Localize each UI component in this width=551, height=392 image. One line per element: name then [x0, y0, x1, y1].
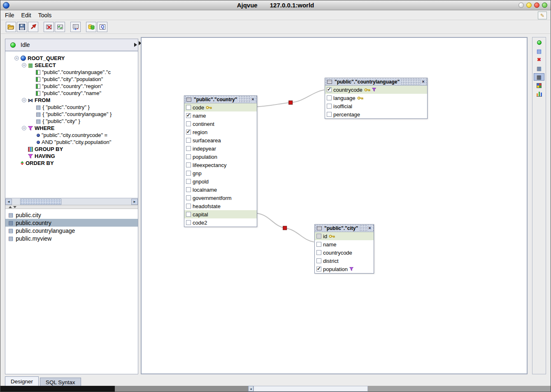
- field-checkbox[interactable]: ✓: [186, 171, 191, 176]
- list-item[interactable]: ▤ public.country: [5, 219, 138, 227]
- tree-node-root-query[interactable]: − ROOT_QUERY: [5, 55, 138, 62]
- save-button[interactable]: [17, 22, 27, 32]
- tree-node-select[interactable]: − ▦ SELECT: [5, 62, 138, 69]
- field-row[interactable]: ✓ countrycode: [325, 86, 427, 94]
- tree-node-select-column[interactable]: "public"."city"."population": [5, 76, 138, 83]
- field-row[interactable]: ✓ indepyear: [184, 144, 257, 153]
- field-checkbox[interactable]: ✓: [186, 146, 191, 151]
- tree-node-order-by[interactable]: ORDER BY: [5, 160, 138, 167]
- splitter-up-icon[interactable]: [9, 206, 12, 208]
- field-checkbox[interactable]: ✓: [316, 250, 321, 255]
- field-checkbox[interactable]: ✓: [316, 267, 321, 271]
- field-row[interactable]: ✓ code: [184, 103, 257, 111]
- database-status-button[interactable]: [86, 22, 96, 32]
- list-item[interactable]: ▤ public.countrylanguage: [5, 227, 138, 234]
- field-checkbox[interactable]: ✓: [186, 138, 191, 143]
- maximize-button[interactable]: [542, 2, 547, 8]
- table-rows-button[interactable]: ▤: [534, 47, 544, 55]
- field-row[interactable]: ✓ district: [315, 257, 374, 265]
- frame-close-icon[interactable]: ×: [421, 79, 426, 84]
- drop-table-button[interactable]: [44, 22, 54, 32]
- field-row[interactable]: ✓ percentage: [325, 110, 427, 118]
- table-relations-button[interactable]: [70, 22, 81, 32]
- tree-node-from[interactable]: − ⋈ FROM: [5, 97, 138, 104]
- query-frame-button[interactable]: Q: [97, 22, 107, 32]
- scrollbar-track[interactable]: [253, 386, 368, 392]
- field-checkbox[interactable]: ✓: [186, 162, 191, 167]
- field-checkbox[interactable]: ✓: [327, 87, 332, 92]
- field-checkbox[interactable]: ✓: [186, 212, 191, 217]
- field-row[interactable]: ✓ name: [184, 111, 257, 120]
- field-row[interactable]: ✓ population: [315, 265, 374, 273]
- frame-close-icon[interactable]: ×: [250, 97, 256, 102]
- frame-titlebar[interactable]: "public"."countrylanguage" ×: [325, 78, 427, 86]
- shade-button[interactable]: [518, 2, 524, 8]
- menu-edit[interactable]: Edit: [21, 11, 35, 19]
- minimize-button[interactable]: [526, 2, 532, 8]
- field-checkbox[interactable]: ✓: [186, 130, 191, 135]
- field-row[interactable]: ✓ gnp: [184, 169, 257, 177]
- frame-titlebar[interactable]: "public"."country" ×: [184, 96, 257, 103]
- field-row[interactable]: ✓ lifeexpectancy: [184, 161, 257, 169]
- connection-status-button[interactable]: [534, 39, 544, 46]
- field-row[interactable]: ✓ language: [325, 94, 427, 102]
- field-checkbox[interactable]: ✓: [327, 95, 332, 100]
- field-row[interactable]: ✓ id: [315, 232, 374, 240]
- tree-expander-icon[interactable]: −: [14, 56, 19, 60]
- field-checkbox[interactable]: ✓: [186, 154, 191, 159]
- tree-expander-icon[interactable]: −: [22, 126, 26, 130]
- field-row[interactable]: ✓ countrycode: [315, 248, 374, 257]
- menu-file[interactable]: File: [5, 11, 18, 19]
- chart-button[interactable]: [534, 90, 544, 98]
- field-checkbox[interactable]: ✓: [316, 258, 321, 263]
- field-checkbox[interactable]: ✓: [186, 204, 191, 209]
- tree-node-where[interactable]: − WHERE: [5, 125, 138, 132]
- list-item[interactable]: ▤ public.city: [5, 211, 138, 219]
- colors-button[interactable]: [534, 82, 544, 89]
- table-frame-country[interactable]: "public"."country" × ✓ code ✓ name ✓ con…: [184, 95, 257, 227]
- field-row[interactable]: ✓ localname: [184, 186, 257, 194]
- collapse-panel-button[interactable]: [134, 43, 137, 47]
- tree-expander-icon[interactable]: −: [22, 98, 26, 102]
- field-checkbox[interactable]: ✓: [186, 220, 191, 225]
- scrollbar-thumb[interactable]: [20, 199, 61, 205]
- field-checkbox[interactable]: ✓: [316, 242, 321, 247]
- field-checkbox[interactable]: ✓: [186, 121, 191, 126]
- field-row[interactable]: ✓ name: [315, 240, 374, 248]
- field-row[interactable]: ✓ region: [184, 128, 257, 136]
- tab-sql-syntax[interactable]: SQL Syntax: [40, 378, 81, 386]
- field-row[interactable]: ✓ gnpold: [184, 177, 257, 186]
- tree-node-group-by[interactable]: GROUP BY: [5, 146, 138, 153]
- tree-node-where-condition[interactable]: "public"."city.countrycode" =: [5, 132, 138, 139]
- field-row[interactable]: ✓ headofstate: [184, 202, 257, 210]
- field-row[interactable]: ✓ population: [184, 153, 257, 161]
- field-checkbox[interactable]: ✓: [327, 112, 332, 117]
- wand-icon[interactable]: ✎: [538, 12, 547, 19]
- table-frame-city[interactable]: "public"."city" × ✓ id ✓ name ✓ countryc…: [314, 224, 374, 274]
- field-row[interactable]: ✓ surfacearea: [184, 136, 257, 144]
- join-handle[interactable]: [283, 226, 287, 230]
- tree-node-having[interactable]: HAVING: [5, 153, 138, 160]
- tab-designer[interactable]: Designer: [5, 376, 39, 386]
- scroll-left-button[interactable]: ◄: [5, 199, 12, 205]
- open-button[interactable]: [6, 22, 16, 32]
- splitter-down-icon[interactable]: [13, 206, 16, 208]
- tree-node-where-condition[interactable]: AND "public"."city.population": [5, 139, 138, 146]
- field-checkbox[interactable]: ✓: [186, 195, 191, 200]
- tree-expander-icon[interactable]: −: [22, 63, 26, 67]
- scroll-right-button[interactable]: ►: [131, 199, 138, 205]
- clear-button[interactable]: ✖: [534, 56, 544, 63]
- field-checkbox[interactable]: ✓: [186, 187, 191, 192]
- tree-node-from-table[interactable]: ▤ { "public"."country" }: [5, 104, 138, 111]
- tree-node-select-column[interactable]: "public"."country"."name": [5, 90, 138, 97]
- field-checkbox[interactable]: ✓: [186, 105, 191, 110]
- tree-horizontal-scrollbar[interactable]: ◄ ►: [5, 198, 138, 205]
- design-view-button[interactable]: ▦: [534, 73, 544, 81]
- field-row[interactable]: ✓ code2: [184, 218, 257, 227]
- close-button[interactable]: [534, 2, 539, 8]
- field-checkbox[interactable]: ✓: [186, 179, 191, 184]
- export-grid-button[interactable]: ▦: [534, 65, 544, 72]
- field-checkbox[interactable]: ✓: [327, 104, 332, 109]
- panel-splitter[interactable]: [5, 205, 138, 209]
- table-frame-countrylanguage[interactable]: "public"."countrylanguage" × ✓ countryco…: [325, 78, 428, 119]
